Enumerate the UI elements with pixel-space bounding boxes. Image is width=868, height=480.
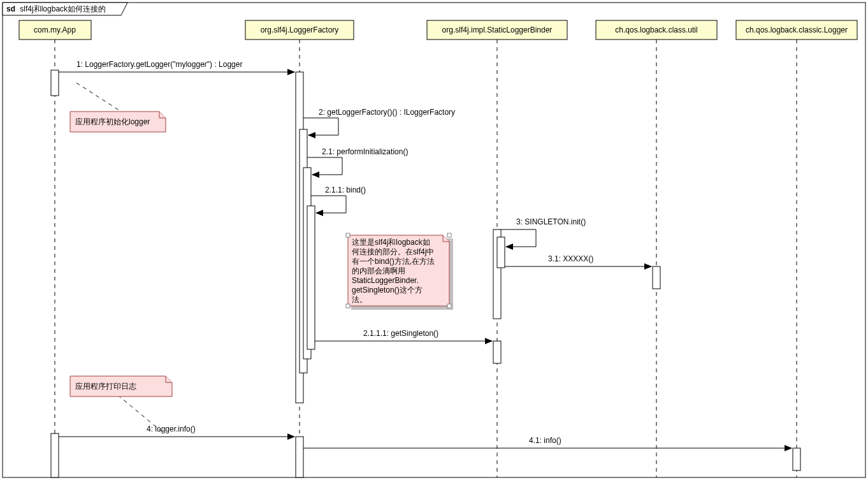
note-line-7: 法。	[352, 295, 367, 304]
activation-logger	[793, 448, 800, 470]
message-2-1-1-1-label: 2.1.1.1: getSingleton()	[363, 329, 438, 338]
participant-logback-util: ch.qos.logback.class.util	[596, 20, 717, 40]
note-text: 应用程序初始化logger	[75, 117, 150, 126]
note-line-3: 有一个bind()方法,在方法	[352, 257, 435, 266]
participant-app: com.my.App	[19, 20, 91, 40]
activation-app-1	[51, 70, 59, 96]
resize-handle[interactable]	[346, 304, 350, 308]
frame-prefix: sd	[6, 4, 15, 13]
note-line-2: 何连接的部分。在slf4j中	[352, 247, 434, 256]
note-line-6: getSingleton()这个方	[352, 286, 423, 295]
activation-lf-5	[296, 437, 303, 477]
activation-util	[653, 266, 660, 289]
message-3-label: 3: SINGLETON.init()	[516, 217, 586, 226]
message-2-1	[307, 157, 342, 175]
note-bind-explanation[interactable]: 这里是slf4j和logback如 何连接的部分。在slf4j中 有一个bind…	[346, 233, 453, 310]
participant-loggerfactory: org.slf4j.LoggerFactory	[245, 20, 354, 40]
message-3	[501, 229, 536, 247]
message-2	[303, 118, 338, 135]
message-4-1-label: 4.1: info()	[529, 436, 561, 445]
message-2-1-1	[311, 196, 346, 213]
participant-label: ch.qos.logback.class.util	[615, 25, 697, 34]
message-2-1-label: 2.1: performInitialization()	[322, 147, 408, 156]
participant-label: ch.qos.logback.classic.Logger	[746, 25, 848, 34]
svg-text:sd
    slf4j和logback如何连接的: sd slf4j和logback如何连接的	[6, 4, 106, 13]
note-line-4: 的内部会滴啊用	[352, 266, 405, 275]
note-print-log: 应用程序打印日志	[70, 376, 172, 432]
activation-lf-4	[307, 206, 315, 349]
participant-label: com.my.App	[34, 25, 76, 34]
resize-handle[interactable]	[447, 304, 451, 308]
activation-slb-2	[497, 237, 505, 268]
participant-staticloggerbinder: org.slf4j.impl.StaticLoggerBinder	[427, 20, 567, 40]
frame-title: slf4j和logback如何连接的	[20, 4, 106, 13]
resize-handle[interactable]	[447, 233, 451, 237]
activation-slb-3	[493, 341, 501, 363]
participant-label: org.slf4j.LoggerFactory	[261, 25, 339, 34]
note-line-5: StaticLoggerBinder.	[352, 276, 419, 285]
message-4-label: 4: logger.info()	[147, 425, 196, 433]
note-text: 应用程序打印日志	[75, 382, 136, 391]
sequence-diagram: sd slf4j和logback如何连接的 com.my.App org.slf…	[0, 0, 868, 480]
message-1-label: 1: LoggerFactory.getLogger("mylogger") :…	[76, 60, 242, 69]
participant-classic-logger: ch.qos.logback.classic.Logger	[736, 20, 857, 40]
message-2-label: 2: getLoggerFactory()() : ILoggerFactory	[319, 108, 455, 117]
activation-app-2	[51, 433, 59, 477]
message-2-1-1-label: 2.1.1: bind()	[325, 185, 366, 194]
participant-label: org.slf4j.impl.StaticLoggerBinder	[442, 25, 553, 34]
svg-line-6	[76, 83, 121, 112]
note-init-logger: 应用程序初始化logger	[70, 83, 166, 132]
resize-handle[interactable]	[346, 233, 350, 237]
note-line-1: 这里是slf4j和logback如	[352, 238, 430, 247]
message-3-1-label: 3.1: XXXXX()	[548, 254, 593, 263]
